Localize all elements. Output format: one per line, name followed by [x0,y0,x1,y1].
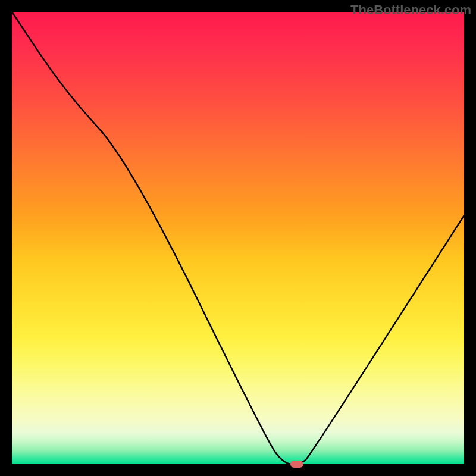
watermark-text: TheBottleneck.com [350,2,471,18]
optimal-point-marker [290,461,303,468]
chart-plot-area [12,12,464,464]
bottleneck-curve [12,12,464,464]
